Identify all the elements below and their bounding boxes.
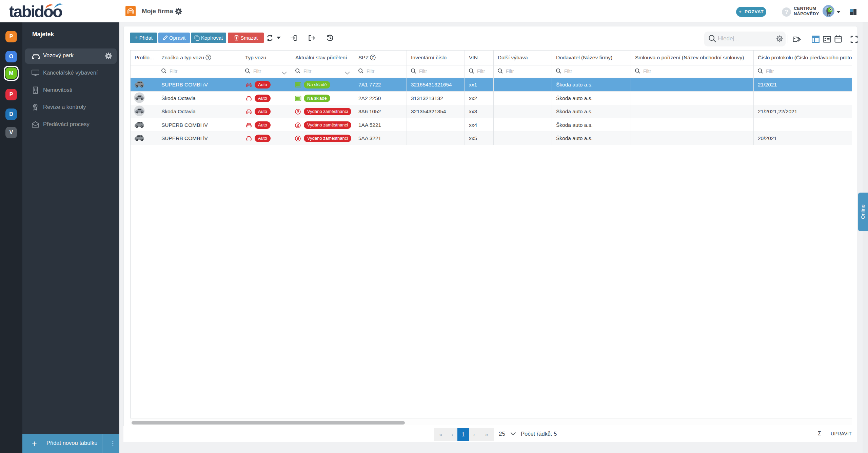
svg-text:?: ?	[207, 55, 209, 59]
svg-text:?: ?	[372, 55, 374, 59]
svg-text:tabidoo: tabidoo	[9, 3, 62, 20]
